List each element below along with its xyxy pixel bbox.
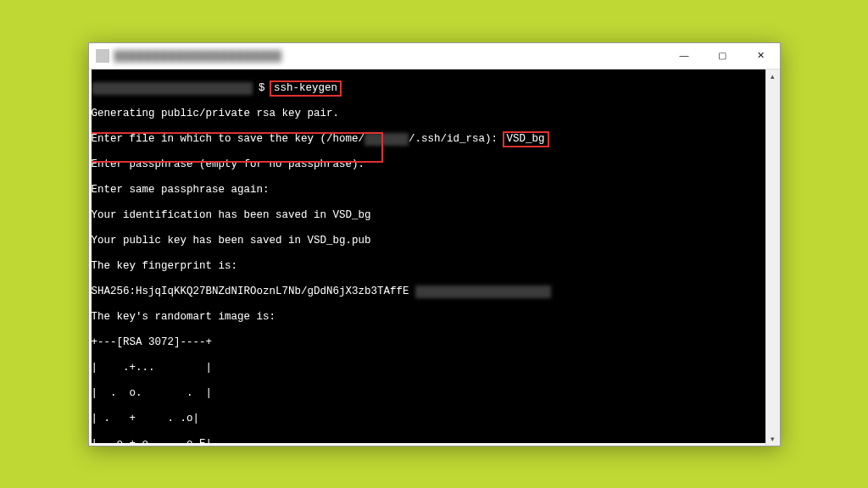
- keyname-text: VSD_bg: [507, 133, 545, 145]
- line-passphrase-1: Enter passphrase (empty for no passphras…: [92, 158, 766, 171]
- minimize-button[interactable]: —: [665, 43, 704, 69]
- line-saved-id: Your identification has been saved in VS…: [92, 209, 766, 222]
- line-passphrase-2: Enter same passphrase again:: [92, 184, 766, 197]
- line-saved-pub: Your public key has been saved in VSD_bg…: [92, 235, 766, 247]
- enter-file-user-blur: ███████: [364, 133, 409, 146]
- scrollbar[interactable]: ▴ ▾: [765, 69, 780, 446]
- window-title: ██████████████████████: [114, 50, 282, 62]
- app-icon: [96, 49, 109, 63]
- scrollbar-down-arrow-icon[interactable]: ▾: [766, 432, 780, 446]
- maximize-button[interactable]: ▢: [704, 43, 742, 69]
- title-left: ██████████████████████: [89, 49, 282, 63]
- art-3: | . + . .o|: [92, 413, 766, 425]
- titlebar[interactable]: ██████████████████████ — ▢ ✕: [89, 43, 780, 69]
- scrollbar-up-arrow-icon[interactable]: ▴: [766, 69, 780, 83]
- terminal-area: ████████████████████████████████ $ ssh-k…: [89, 69, 780, 446]
- line-sha: SHA256:HsjqIqKKQ27BNZdNIROoznL7Nb/gDdN6j…: [92, 286, 766, 298]
- sha-tail-blur: █████████████████████████: [415, 286, 551, 298]
- art-2: | . o. . |: [92, 387, 766, 400]
- art-0: +---[RSA 3072]----+: [92, 336, 766, 349]
- sha-text: SHA256:HsjqIqKKQ27BNZdNIROoznL7Nb/gDdN6j…: [92, 286, 416, 297]
- line-enter-file: Enter file in which to save the key (/ho…: [92, 133, 766, 146]
- minimize-icon: —: [680, 51, 689, 60]
- terminal[interactable]: ████████████████████████████████ $ ssh-k…: [92, 69, 766, 443]
- enter-file-b: /.ssh/id_rsa):: [409, 133, 504, 145]
- close-icon: ✕: [757, 51, 765, 60]
- enter-file-a: Enter file in which to save the key (/ho…: [92, 133, 365, 145]
- prompt-line-1: ████████████████████████████████ $ ssh-k…: [92, 82, 766, 95]
- window: ██████████████████████ — ▢ ✕ ███████████…: [88, 42, 781, 446]
- window-controls: — ▢ ✕: [665, 43, 780, 69]
- line-fingerprint: The key fingerprint is:: [92, 260, 766, 273]
- art-1: | .+... |: [92, 362, 766, 374]
- close-button[interactable]: ✕: [742, 43, 780, 69]
- line-generating: Generating public/private rsa key pair.: [92, 108, 766, 120]
- art-4: | . o + o o E|: [92, 438, 766, 443]
- line-randomart: The key's randomart image is:: [92, 311, 766, 324]
- prompt-user-host-blur: ████████████████████████████████: [92, 82, 253, 95]
- keyname-highlight: VSD_bg: [503, 131, 549, 147]
- maximize-icon: ▢: [718, 51, 726, 60]
